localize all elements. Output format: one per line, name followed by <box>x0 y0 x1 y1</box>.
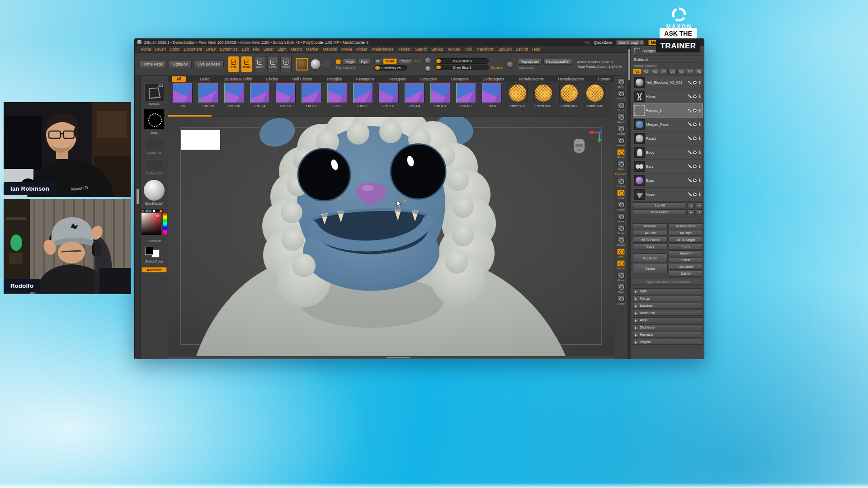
current-material-thumbnail[interactable] <box>310 59 321 70</box>
brush-thumbnail[interactable] <box>430 83 450 103</box>
menu-item[interactable]: Dynamics <box>220 47 238 52</box>
menu-item[interactable]: Layer <box>264 47 274 52</box>
shelf-toggle-icon[interactable] <box>617 202 625 208</box>
visibility-eye-icon[interactable] <box>693 164 697 168</box>
brush-category-tab[interactable]: Pentagons <box>356 77 375 81</box>
shelf-toggle[interactable]: Frame <box>614 200 627 212</box>
menu-item[interactable]: Stroke <box>431 47 443 52</box>
brush-category-tab[interactable]: Basic <box>200 77 209 81</box>
brush-thumbnail[interactable] <box>508 83 528 103</box>
shelf-toggle[interactable]: Transp <box>614 259 627 271</box>
shelf-toggle-icon[interactable] <box>617 79 625 85</box>
brush-item[interactable]: 2 to 1 R <box>376 83 401 114</box>
alpha-off-icon[interactable] <box>145 139 163 150</box>
version-tab[interactable]: V2 <box>642 69 651 74</box>
titlebar[interactable]: ZBrush 2026.1 • DemoSoldier • Free Mem 1… <box>135 39 704 46</box>
version-tab[interactable]: V3 <box>651 69 659 74</box>
all-low-button[interactable]: All Low <box>633 230 668 236</box>
menu-item[interactable]: Zscript <box>516 47 528 52</box>
duplicate-button[interactable]: Duplicate <box>633 253 668 263</box>
polypaint-icon[interactable] <box>688 192 692 196</box>
menu-item[interactable]: Draw <box>206 47 216 52</box>
version-tab[interactable]: V6 <box>677 69 686 74</box>
visibility-eye-icon[interactable] <box>693 136 697 140</box>
shelf-toggle[interactable]: PolyF <box>614 247 627 259</box>
subtool-row[interactable]: Body <box>633 145 703 160</box>
menu-item[interactable]: Color <box>170 47 180 52</box>
subsection-header[interactable]: Distribute <box>633 324 703 330</box>
shelf-toggle[interactable]: Move <box>614 212 627 224</box>
subtool-thumbnail[interactable] <box>634 91 645 102</box>
subsection-header[interactable]: Merge <box>633 296 703 301</box>
subtool-row[interactable]: Merged_Face <box>633 117 703 131</box>
subtool-options-icon[interactable] <box>698 150 702 154</box>
subtool-options-icon[interactable] <box>698 122 702 126</box>
menu-item[interactable]: File <box>253 47 259 52</box>
z-intensity-slider[interactable]: Z Intensity 25 <box>374 65 407 70</box>
polypaint-icon[interactable] <box>688 81 692 84</box>
shelf-toggle[interactable]: Scroll <box>614 101 627 113</box>
shelf-toggle[interactable]: AAHalf <box>614 136 627 148</box>
move-to-folder-button[interactable]: ► <box>688 209 695 215</box>
switch-color-widget[interactable]: SwitchColor <box>144 246 165 263</box>
append-button[interactable]: Append <box>669 250 703 256</box>
subsection-header[interactable]: Bevel Pro <box>633 310 703 316</box>
shelf-toggle[interactable]: Grid <box>614 188 627 200</box>
current-tool-thumbnail[interactable]: 228 Retopo <box>144 83 164 106</box>
axis-gizmo[interactable] <box>583 129 602 147</box>
quicksave-button[interactable]: QuickSave <box>594 40 612 45</box>
brush-thumbnail[interactable] <box>585 83 605 103</box>
transform-mode-button[interactable]: Scale <box>267 56 278 72</box>
brush-thumbnail[interactable] <box>198 83 218 103</box>
autoreorder-button[interactable]: AutoReorder <box>669 223 703 229</box>
color-swatch-icon[interactable] <box>336 59 341 64</box>
subtool-thumbnail[interactable] <box>634 133 645 144</box>
brush-thumbnail[interactable] <box>559 83 579 103</box>
shelf-toggle-icon[interactable] <box>617 190 625 196</box>
shelf-toggle-icon[interactable] <box>617 260 625 267</box>
visibility-eye-icon[interactable] <box>693 178 697 182</box>
menu-item[interactable]: Stencil <box>415 47 427 52</box>
brush-item[interactable]: 2 to 4 C <box>453 83 478 114</box>
retopo-tool-icon[interactable]: 228 <box>144 83 164 101</box>
list-all-button[interactable]: List All <box>633 202 687 208</box>
texture-off-icon[interactable] <box>145 160 163 170</box>
shelf-toggle[interactable]: Persp <box>614 148 627 160</box>
polypaint-icon[interactable] <box>688 122 692 126</box>
visibility-eye-icon[interactable] <box>693 109 697 113</box>
replay-last-button[interactable]: ReplayLast <box>518 59 541 65</box>
brush-thumbnail[interactable] <box>250 83 270 103</box>
subtool-row[interactable]: Yeti_Blockout_V2_001 <box>633 75 703 89</box>
polypaint-icon[interactable] <box>688 109 692 113</box>
menu-item[interactable]: Brush <box>155 47 166 52</box>
shelf-toggle-icon[interactable] <box>617 296 625 302</box>
polypaint-icon[interactable] <box>688 94 692 98</box>
sculpt-viewport[interactable] <box>168 117 614 359</box>
shelf-toggle[interactable]: SPix 3 <box>614 89 627 101</box>
menu-item[interactable]: Edit <box>242 47 249 52</box>
subtool-row[interactable]: Eyes <box>633 174 703 188</box>
zadd-button[interactable]: Zadd <box>383 58 397 64</box>
color-picker-widget[interactable]: Gradient <box>142 209 167 243</box>
menu-item[interactable]: Marker <box>306 47 319 52</box>
brush-category-tab[interactable]: Human <box>598 77 610 81</box>
version-tab[interactable]: V4 <box>660 69 668 74</box>
shelf-toggle-icon[interactable] <box>617 114 625 120</box>
yeti-model[interactable] <box>168 117 614 359</box>
brush-category-tab[interactable]: Hexadecagons <box>558 77 584 81</box>
view-head-icon[interactable] <box>572 138 586 155</box>
subsection-header[interactable]: Boolean <box>633 303 703 309</box>
polypaint-icon[interactable] <box>688 136 692 140</box>
recent-swatches[interactable] <box>142 209 163 212</box>
shelf-toggle-icon[interactable] <box>617 149 625 155</box>
brush-category-tab[interactable]: Octagons <box>420 77 437 81</box>
brush-thumbnail[interactable] <box>405 83 425 103</box>
brush-thumbnail[interactable] <box>276 83 296 103</box>
brush-item[interactable]: Patch V01 <box>505 83 530 114</box>
subtool-options-icon[interactable] <box>698 81 702 84</box>
brush-item[interactable]: 2 to 4 B <box>428 83 453 114</box>
subtool-down-button[interactable]: ▼ <box>696 202 703 208</box>
subtool-section-title[interactable]: Subtool <box>633 57 703 63</box>
shelf-toggle-icon[interactable] <box>617 178 625 184</box>
visibility-eye-icon[interactable] <box>693 94 697 98</box>
